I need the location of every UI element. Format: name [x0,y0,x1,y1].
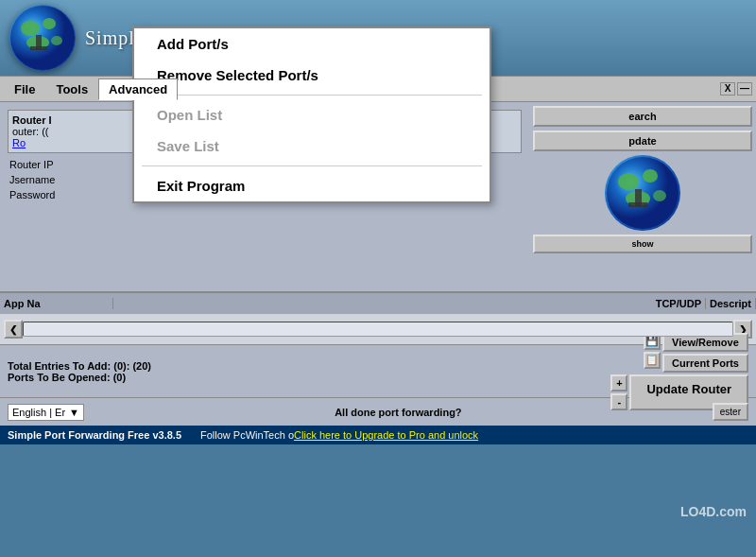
upgrade-link[interactable]: Click here to Upgrade to Pro and unlock [294,429,478,441]
chevron-down-icon: ▼ [69,407,79,418]
remove-ports-item[interactable]: Remove Selected Port/s [134,60,490,91]
table-header: App Na TCP/UDP Descript [0,291,756,314]
col-desc: Descript [706,298,756,309]
update-button[interactable]: pdate [533,131,752,151]
svg-point-8 [618,173,639,190]
col-tcp-udp: TCP/UDP [652,298,706,309]
copy-icon-button[interactable]: 📋 [644,352,661,369]
add-button[interactable]: + [610,374,627,392]
window-controls: X — [720,82,752,96]
follow-text: Follow PcWinTech o [200,429,294,441]
svg-point-2 [43,18,56,29]
add-ports-item[interactable]: Add Port/s [134,28,490,60]
bottom-info: Total Entries To Add: (0): (20) Ports To… [8,360,151,383]
advanced-dropdown-menu: Add Port/s Remove Selected Port/s Open L… [132,26,491,203]
svg-rect-6 [30,46,47,50]
exit-program-item[interactable]: Exit Program [134,170,490,201]
globe-icon-large [9,5,76,71]
router-link[interactable]: Ro [12,137,26,148]
status-version: Simple Port Forwarding Free v3.8.5 [8,429,181,441]
minimize-button[interactable]: — [737,82,752,96]
col-app-name: App Na [0,298,113,309]
menu-file[interactable]: File [4,78,45,100]
svg-rect-13 [628,202,647,207]
separator-2 [142,165,482,166]
test-button[interactable]: ester [713,403,748,421]
separator-1 [142,95,482,96]
close-button[interactable]: X [720,82,735,96]
show-button[interactable]: show [533,235,752,253]
menu-advanced[interactable]: Advanced [98,78,178,100]
btn-row-1: 💾 📋 View/Remove Current Ports [644,333,748,373]
svg-point-11 [653,190,666,201]
svg-point-1 [21,21,40,36]
total-entries: Total Entries To Add: (0): (20) [8,360,151,372]
language-select[interactable]: English | Er ▼ [8,404,84,421]
scroll-track[interactable] [23,322,733,337]
bottom-bar: Total Entries To Add: (0): (20) Ports To… [0,344,756,397]
remove-button[interactable]: - [610,393,627,410]
ports-opened: Ports To Be Opened: (0) [8,372,151,383]
bottom-buttons: 💾 📋 View/Remove Current Ports + - Update… [610,333,748,410]
globe-icon-small [605,155,680,231]
scroll-left-button[interactable]: ❮ [4,320,23,339]
current-ports-button[interactable]: Current Ports [662,354,748,373]
menu-tools[interactable]: Tools [45,78,98,100]
right-panel: earch pdate [529,102,756,291]
open-list-item[interactable]: Open List [134,99,490,131]
status-bar: Simple Port Forwarding Free v3.8.5 Follo… [0,426,756,444]
watermark: LO4D.com [680,504,747,519]
svg-point-4 [51,36,62,45]
save-list-item[interactable]: Save List [134,131,490,162]
svg-point-9 [643,169,658,183]
done-text: All done port forwarding? [335,407,461,418]
search-button[interactable]: earch [533,106,752,127]
